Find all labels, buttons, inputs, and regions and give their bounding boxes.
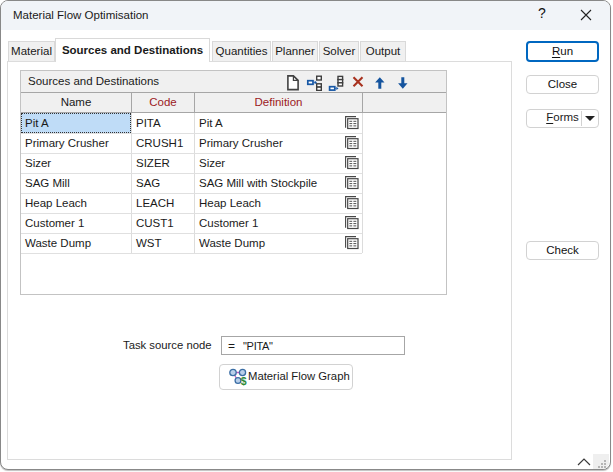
svg-text:$: $ xyxy=(241,375,247,387)
